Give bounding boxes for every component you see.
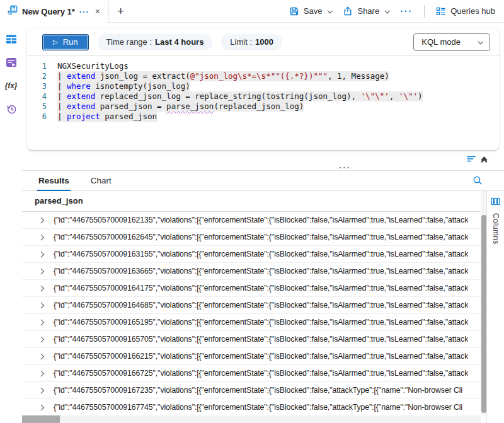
row-json-value: {"id":"4467550570009165705","violations"… <box>54 335 468 344</box>
tab-new-query-1[interactable]: New Query 1* ··· × <box>0 0 108 23</box>
tab-chart[interactable]: Chart <box>89 171 113 191</box>
code-lines: 1NGXSecurityLogs2| extend json_log = ext… <box>27 61 499 122</box>
table-row[interactable]: {"id":"4467550570009165195","violations"… <box>22 314 481 331</box>
table-row[interactable]: {"id":"4467550570009163665","violations"… <box>22 263 481 280</box>
vertical-scrollbar-thumb[interactable] <box>481 215 486 413</box>
limit-value: 1000 <box>255 37 273 47</box>
expand-row-chevron-icon[interactable] <box>38 218 44 223</box>
sidebar-item-tables-icon[interactable] <box>6 33 17 45</box>
splitter-drag-handle[interactable]: ··· <box>339 165 351 170</box>
expand-row-chevron-icon[interactable] <box>38 405 44 410</box>
new-tab-button[interactable]: + <box>108 0 133 22</box>
row-json-value: {"id":"4467550570009162135","violations"… <box>54 216 468 224</box>
limit-label: Limit : <box>230 37 252 47</box>
code-text: | extend parsed_json = parse_json(replac… <box>57 101 304 112</box>
chevron-down-icon[interactable] <box>385 8 390 13</box>
expand-row-chevron-icon[interactable] <box>38 337 44 342</box>
table-row[interactable]: {"id":"4467550570009164175","violations"… <box>22 280 481 297</box>
row-json-value: {"id":"4467550570009166725","violations"… <box>54 369 468 378</box>
expand-row-chevron-icon[interactable] <box>38 235 44 240</box>
code-line[interactable]: 1NGXSecurityLogs <box>27 61 499 71</box>
share-button[interactable]: Share <box>343 6 389 16</box>
row-json-value: {"id":"4467550570009163155","violations"… <box>54 250 468 258</box>
column-header-parsed-json[interactable]: parsed_json <box>22 191 481 212</box>
code-line[interactable]: 4| extend replaced_json_log = replace_st… <box>27 91 499 101</box>
play-icon: ▷ <box>53 39 58 45</box>
table-row[interactable]: {"id":"4467550570009166215","violations"… <box>22 348 481 365</box>
time-range-value: Last 4 hours <box>155 37 203 47</box>
row-json-value: {"id":"4467550570009165195","violations"… <box>54 318 468 327</box>
results-display-options-icon[interactable] <box>466 154 476 166</box>
vertical-scrollbar[interactable] <box>481 191 486 415</box>
code-text: NGXSecurityLogs <box>57 61 129 71</box>
columns-panel-toggle[interactable]: Columns <box>486 191 504 423</box>
more-options-button[interactable]: ··· <box>400 6 413 16</box>
tab-close-icon[interactable]: × <box>94 6 101 16</box>
line-number: 4 <box>27 91 57 101</box>
share-icon <box>343 6 353 16</box>
sidebar-item-query-history-icon[interactable] <box>6 103 17 115</box>
line-number: 1 <box>27 61 57 71</box>
results-rows: {"id":"4467550570009162135","violations"… <box>22 212 481 415</box>
queries-hub-button[interactable]: Queries hub <box>436 6 495 16</box>
query-editor[interactable]: 1NGXSecurityLogs2| extend json_log = ext… <box>27 55 499 150</box>
table-row[interactable]: {"id":"4467550570009166725","violations"… <box>22 365 481 382</box>
columns-panel-label: Columns <box>491 213 500 244</box>
results-tab-strip: Results Chart <box>22 171 504 191</box>
row-json-value: {"id":"4467550570009164175","violations"… <box>54 284 468 293</box>
run-button[interactable]: ▷ Run <box>42 34 89 50</box>
collapse-panel-icon[interactable] <box>482 156 486 164</box>
left-sidebar: {fx} <box>0 23 22 423</box>
kql-mode-select[interactable]: KQL mode <box>413 33 490 51</box>
sidebar-item-functions-icon[interactable]: {fx} <box>6 80 17 91</box>
query-pane: ▷ Run Time range : Last 4 hours Limit : … <box>27 29 499 150</box>
save-button[interactable]: Save <box>289 6 332 16</box>
horizontal-scrollbar-thumb[interactable] <box>22 415 60 423</box>
table-row[interactable]: {"id":"4467550570009163155","violations"… <box>22 246 481 263</box>
expand-row-chevron-icon[interactable] <box>38 354 44 359</box>
time-range-picker[interactable]: Time range : Last 4 hours <box>98 34 213 50</box>
table-row[interactable]: {"id":"4467550570009162135","violations"… <box>22 212 481 229</box>
search-icon[interactable] <box>472 175 483 188</box>
tab-results[interactable]: Results <box>37 171 71 191</box>
table-row[interactable]: {"id":"4467550570009164685","violations"… <box>22 297 481 314</box>
sidebar-item-queries-icon[interactable] <box>6 57 17 68</box>
expand-row-chevron-icon[interactable] <box>38 320 44 325</box>
results-grid: parsed_json {"id":"4467550570009162135",… <box>22 191 481 423</box>
expand-row-chevron-icon[interactable] <box>38 252 44 257</box>
time-range-label: Time range : <box>106 37 152 47</box>
code-line[interactable]: 5| extend parsed_json = parse_json(repla… <box>27 101 499 112</box>
code-line[interactable]: 6| project parsed_json <box>27 112 499 122</box>
kql-mode-value: KQL mode <box>421 37 461 47</box>
code-line[interactable]: 3| where isnotempty(json_log) <box>27 81 499 91</box>
expand-row-chevron-icon[interactable] <box>38 371 44 376</box>
table-row[interactable]: {"id":"4467550570009165705","violations"… <box>22 331 481 348</box>
save-icon <box>289 6 299 16</box>
expand-row-chevron-icon[interactable] <box>38 303 44 308</box>
table-row[interactable]: {"id":"4467550570009167235","violations"… <box>22 382 481 399</box>
chevron-down-icon <box>478 39 483 44</box>
expand-row-chevron-icon[interactable] <box>38 269 44 274</box>
tab-more-icon[interactable]: ··· <box>79 7 89 16</box>
table-row[interactable]: {"id":"4467550570009167745","violations"… <box>22 399 481 415</box>
kusto-query-icon <box>8 5 18 18</box>
expand-row-chevron-icon[interactable] <box>38 286 44 291</box>
line-number: 5 <box>27 101 57 112</box>
row-json-value: {"id":"4467550570009166215","violations"… <box>54 352 468 361</box>
row-json-value: {"id":"4467550570009164685","violations"… <box>54 301 468 310</box>
limit-picker[interactable]: Limit : 1000 <box>221 34 282 50</box>
code-text: | extend json_log = extract(@"json_log\s… <box>57 71 389 81</box>
results-panel: Results Chart parsed_json {"id":"4467550… <box>22 170 504 423</box>
line-number: 2 <box>27 71 57 81</box>
run-label: Run <box>63 37 78 47</box>
queries-hub-icon <box>436 6 446 16</box>
horizontal-scrollbar[interactable] <box>22 415 481 423</box>
table-row[interactable]: {"id":"4467550570009162645","violations"… <box>22 229 481 246</box>
share-label: Share <box>357 6 379 16</box>
expand-row-chevron-icon[interactable] <box>38 388 44 393</box>
code-line[interactable]: 2| extend json_log = extract(@"json_log\… <box>27 71 499 81</box>
code-text: | extend replaced_json_log = replace_str… <box>57 91 423 101</box>
tab-bar-actions: Save Share ··· Queries hub <box>289 0 504 22</box>
code-text: | project parsed_json <box>57 112 157 122</box>
chevron-down-icon[interactable] <box>328 8 333 13</box>
